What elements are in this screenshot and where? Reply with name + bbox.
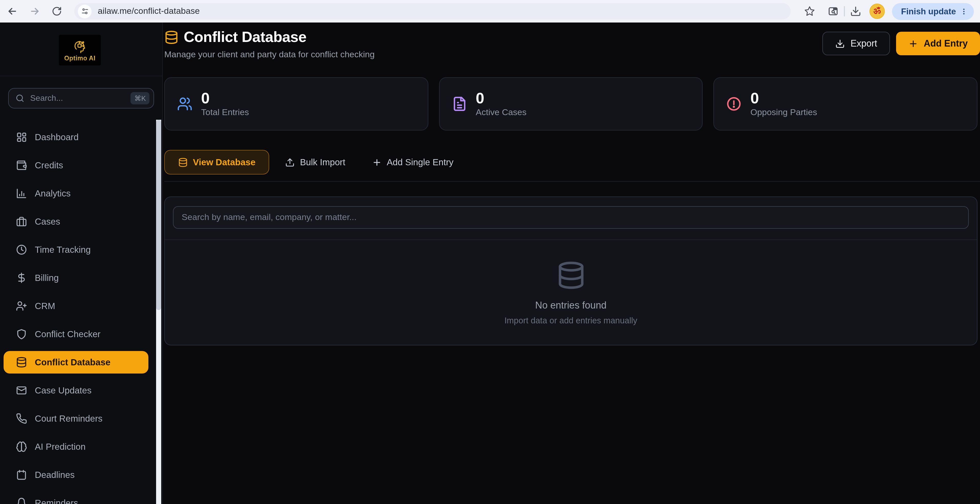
back-icon[interactable] bbox=[6, 6, 18, 17]
bookmark-star-icon[interactable] bbox=[804, 6, 816, 17]
download-icon bbox=[835, 39, 845, 48]
dollar-icon bbox=[16, 272, 27, 283]
optimo-head-icon bbox=[72, 39, 88, 54]
search-icon bbox=[15, 94, 25, 103]
briefcase-icon bbox=[16, 216, 27, 227]
stat-card-opposing-parties: 0 Opposing Parties bbox=[714, 77, 977, 130]
sidebar-item-label: Reminders bbox=[35, 498, 78, 504]
sidebar-item-cases[interactable]: Cases bbox=[3, 210, 148, 233]
stat-label: Active Cases bbox=[476, 108, 527, 118]
sidebar-item-label: Dashboard bbox=[35, 132, 78, 143]
reload-icon[interactable] bbox=[52, 6, 62, 16]
entry-search-input[interactable] bbox=[173, 206, 969, 229]
calendar-icon bbox=[16, 469, 27, 480]
view-tabs: View Database Bulk Import Add Single Ent… bbox=[164, 150, 977, 175]
database-panel: No entries found Import data or add entr… bbox=[164, 197, 977, 345]
sidebar-item-conflict-checker[interactable]: Conflict Checker bbox=[3, 323, 148, 345]
stat-card-active-cases: 0 Active Cases bbox=[439, 77, 703, 130]
sidebar-item-conflict-database[interactable]: Conflict Database bbox=[3, 351, 148, 374]
tabs-divider bbox=[164, 181, 980, 182]
sidebar-item-label: Conflict Checker bbox=[35, 329, 100, 340]
export-button[interactable]: Export bbox=[822, 32, 890, 55]
page: ailaw.me/conflict-database ॐ Finish upda… bbox=[0, 0, 980, 504]
stat-label: Total Entries bbox=[201, 108, 249, 118]
entry-search-section bbox=[165, 197, 977, 240]
sidebar-item-court-reminders[interactable]: Court Reminders bbox=[3, 407, 148, 430]
bell-icon bbox=[16, 498, 27, 504]
sidebar-item-case-updates[interactable]: Case Updates bbox=[3, 379, 148, 402]
toolbar-divider bbox=[844, 6, 845, 16]
database-icon bbox=[556, 261, 586, 290]
finish-update-label: Finish update bbox=[901, 6, 956, 16]
downloads-icon[interactable] bbox=[850, 6, 861, 17]
users-icon bbox=[177, 96, 192, 111]
database-icon bbox=[178, 157, 188, 167]
finish-update-button[interactable]: Finish update bbox=[892, 3, 974, 20]
sidebar-item-label: Cases bbox=[35, 216, 60, 227]
sidebar-scrollbar-thumb[interactable] bbox=[156, 120, 161, 310]
alert-circle-icon bbox=[726, 96, 742, 111]
sidebar-search-input[interactable] bbox=[30, 94, 131, 103]
sidebar-item-reminders[interactable]: Reminders bbox=[3, 492, 148, 504]
sidebar-item-label: Deadlines bbox=[35, 469, 75, 480]
browser-menu-icon[interactable] bbox=[960, 8, 968, 15]
stat-value: 0 bbox=[751, 90, 817, 106]
address-bar[interactable]: ailaw.me/conflict-database bbox=[74, 3, 791, 19]
tune-icon bbox=[81, 7, 89, 15]
database-icon bbox=[164, 30, 178, 44]
forward-icon[interactable] bbox=[29, 6, 40, 17]
sidebar-item-label: Time Tracking bbox=[35, 244, 91, 255]
stats-row: 0 Total Entries 0 Active Cases 0 Oppos bbox=[164, 77, 977, 130]
sidebar-item-deadlines[interactable]: Deadlines bbox=[3, 464, 148, 486]
sidebar-item-label: CRM bbox=[35, 300, 55, 312]
tab-label: Bulk Import bbox=[300, 157, 345, 168]
sidebar-item-analytics[interactable]: Analytics bbox=[3, 182, 148, 205]
page-header: Conflict Database Manage your client and… bbox=[164, 29, 980, 60]
app-logo[interactable]: Optimo AI bbox=[59, 35, 101, 65]
sidebar-item-dashboard[interactable]: Dashboard bbox=[3, 126, 148, 148]
sidebar-nav: Dashboard Credits Analytics Cases Time T… bbox=[0, 126, 162, 504]
empty-state-subtitle: Import data or add entries manually bbox=[504, 316, 637, 326]
sidebar-item-label: Court Reminders bbox=[35, 413, 103, 424]
sidebar-item-crm[interactable]: CRM bbox=[3, 295, 148, 317]
sidebar-item-credits[interactable]: Credits bbox=[3, 154, 148, 176]
sidebar-item-label: Conflict Database bbox=[35, 357, 111, 368]
empty-state: No entries found Import data or add entr… bbox=[165, 240, 977, 326]
sidebar-item-label: AI Prediction bbox=[35, 441, 86, 452]
browser-toolbar: ailaw.me/conflict-database ॐ Finish upda… bbox=[0, 0, 980, 22]
tab-label: View Database bbox=[193, 157, 256, 168]
tab-view-database[interactable]: View Database bbox=[164, 150, 269, 175]
tab-search-icon[interactable] bbox=[828, 6, 839, 17]
database-icon bbox=[16, 357, 27, 368]
clock-icon bbox=[16, 244, 27, 255]
shield-icon bbox=[16, 329, 27, 340]
url-text[interactable]: ailaw.me/conflict-database bbox=[98, 6, 200, 16]
sidebar-search[interactable]: ⌘K bbox=[8, 88, 154, 108]
sidebar-item-label: Case Updates bbox=[35, 385, 92, 396]
bar-chart-icon bbox=[16, 188, 27, 199]
mail-icon bbox=[16, 385, 27, 396]
page-subtitle: Manage your client and party data for co… bbox=[164, 49, 375, 60]
stat-label: Opposing Parties bbox=[751, 108, 817, 118]
user-plus-icon bbox=[16, 300, 27, 312]
tab-label: Add Single Entry bbox=[387, 157, 453, 168]
stat-value: 0 bbox=[476, 90, 527, 106]
sidebar-item-ai-prediction[interactable]: AI Prediction bbox=[3, 436, 148, 458]
add-entry-button[interactable]: Add Entry bbox=[896, 32, 980, 55]
tab-add-single-entry[interactable]: Add Single Entry bbox=[361, 150, 465, 175]
sidebar-item-time-tracking[interactable]: Time Tracking bbox=[3, 238, 148, 261]
phone-icon bbox=[16, 413, 27, 424]
profile-avatar[interactable]: ॐ bbox=[869, 3, 885, 19]
export-label: Export bbox=[851, 38, 877, 49]
empty-state-title: No entries found bbox=[535, 300, 607, 311]
add-entry-label: Add Entry bbox=[924, 38, 968, 49]
site-settings-button[interactable] bbox=[78, 4, 92, 18]
upload-icon bbox=[285, 157, 295, 167]
sidebar: Optimo AI ⌘K Dashboard Credits bbox=[0, 22, 163, 504]
plus-icon bbox=[372, 157, 382, 167]
sidebar-item-label: Billing bbox=[35, 272, 59, 283]
plus-icon bbox=[908, 39, 918, 48]
page-title: Conflict Database bbox=[184, 29, 307, 46]
sidebar-item-billing[interactable]: Billing bbox=[3, 267, 148, 289]
tab-bulk-import[interactable]: Bulk Import bbox=[275, 150, 356, 175]
